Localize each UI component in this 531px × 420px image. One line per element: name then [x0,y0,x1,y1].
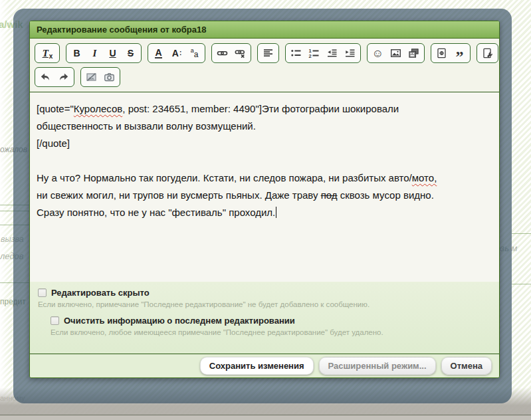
numbered-list-icon: 12 [308,48,320,58]
toolbar-row-2 [35,67,496,87]
list-indent-group: 12 [285,43,361,63]
outdent-icon [326,48,338,58]
underline-button[interactable]: U [104,45,122,61]
history-group [35,67,74,87]
film-icon [408,48,419,58]
edit-options-section: Редактировать скрыто Если включено, прим… [30,282,499,354]
undo-icon [40,72,51,82]
quote-icon: ” [456,54,464,59]
insert-image-button[interactable] [387,45,405,61]
insert-quote-button[interactable]: ” [451,45,469,61]
font-size-icon: A [172,48,179,58]
numbered-list-button[interactable]: 12 [305,45,323,61]
background-divider [512,233,531,234]
dialog-title: Редактирование сообщения от кобра18 [30,21,499,39]
remove-image-button[interactable] [82,69,100,85]
redo-button[interactable] [54,69,72,85]
underline-icon: U [109,48,116,58]
editor-tools-group [477,43,498,63]
text-style-group: B I U S [66,43,142,63]
silent-edit-option[interactable]: Редактировать скрыто [38,288,150,298]
insert-link-button[interactable] [213,45,231,61]
code-page-icon [436,48,447,58]
text-color-icon: A [155,48,161,58]
text-alignment-button[interactable] [259,45,277,61]
unlink-button[interactable] [231,45,249,61]
clear-edit-info-label: Очистить информацию о последнем редактир… [64,316,295,326]
align-left-icon [263,48,274,58]
strikethrough-button[interactable]: S [122,45,140,61]
link-icon [217,48,228,58]
image-icon [390,48,401,58]
insert-code-button[interactable] [433,45,451,61]
page-left-edge [0,0,9,420]
alignment-group [257,43,279,63]
indent-icon [344,48,356,58]
attachment-group [80,67,120,87]
italic-icon: I [93,48,97,59]
dialog-footer: Сохранить изменения Расширенный режим...… [30,354,499,377]
remove-format-button[interactable]: Tx [37,45,58,61]
background-divider [512,284,531,284]
editor-paragraph: [/quote] [37,135,492,152]
italic-button[interactable]: I [86,45,104,61]
silent-edit-label: Редактировать скрыто [51,288,150,298]
unlink-icon [235,48,246,58]
editor-toolbar: Tx B I U S A A: aa [30,39,499,92]
toolbar-row-1: Tx B I U S A A: aa [35,43,496,63]
camera-icon [104,72,115,82]
clear-edit-info-hint: Если включено, любое имеющееся примечани… [51,328,491,336]
message-editor[interactable]: [quote="Куролесов, post: 234651, member:… [30,92,499,282]
clear-edit-info-option[interactable]: Очистить информацию о последнем редактир… [51,316,295,326]
font-size-button[interactable]: A: [167,45,185,61]
font-group: A A: aa [148,43,205,63]
svg-text:2: 2 [309,53,312,58]
media-group: ☺ [367,43,425,63]
smiley-icon: ☺ [372,48,383,59]
editor-paragraph: Ну а что? Нормально так погудели. Кстати… [37,169,492,221]
overlay-frame: Редактирование сообщения от кобра18 Tx B… [13,9,512,403]
remove-format-group: Tx [35,43,60,63]
bullet-list-icon [290,48,302,58]
camera-button[interactable] [100,69,118,85]
strikethrough-icon: S [128,48,134,58]
indent-button[interactable] [341,45,359,61]
insert-media-button[interactable] [405,45,423,61]
save-button[interactable]: Сохранить изменения [200,357,314,375]
undo-button[interactable] [37,69,54,85]
silent-edit-checkbox[interactable] [38,288,47,297]
silent-edit-hint: Если включено, примечание "Последнее ред… [38,300,491,308]
bullet-list-button[interactable] [287,45,305,61]
outdent-button[interactable] [323,45,341,61]
link-group [211,43,251,63]
smilies-button[interactable]: ☺ [369,45,387,61]
text-color-button[interactable]: A [150,45,167,61]
advanced-mode-button[interactable]: Расширенный режим... [319,357,436,375]
code-quote-group: ” [431,43,471,63]
font-family-button[interactable]: aa [185,45,203,61]
editor-paragraph: [quote="Куролесов, post: 234651, member:… [37,100,492,135]
clear-edit-info-checkbox[interactable] [51,316,59,325]
page-bottom-strip [0,415,531,420]
edit-message-dialog: Редактирование сообщения от кобра18 Tx B… [29,21,500,378]
screen: a/wik ожалов вызва ледов предит озь м ан… [0,0,531,420]
editor-blank-line [37,152,492,169]
redo-icon [58,72,69,82]
cancel-button[interactable]: Отмена [441,357,492,375]
bold-button[interactable]: B [68,45,86,61]
bold-icon: B [73,48,80,58]
remove-format-icon: T [43,48,49,59]
page-wrench-icon [482,48,493,58]
image-slash-icon [86,72,97,82]
bbcode-editor-button[interactable] [478,45,496,61]
